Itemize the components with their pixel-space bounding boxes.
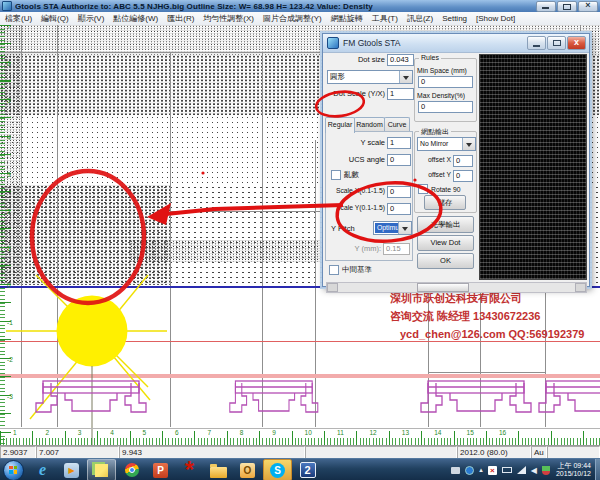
ucs-angle-label: UCS angle <box>323 155 385 164</box>
safety-tray-icon[interactable] <box>542 466 550 475</box>
dropdown-arrow-icon[interactable] <box>399 71 412 83</box>
h-ruler-label: 14 <box>434 429 441 436</box>
tab-curve[interactable]: Curve <box>384 117 410 132</box>
optical-output-button[interactable]: 光學輸出 <box>417 216 474 233</box>
tab-regular[interactable]: Regular <box>325 117 355 133</box>
center-reference-checkbox[interactable]: 中間基準 <box>329 265 372 275</box>
menu-item-6[interactable]: 均勻性調整(X) <box>203 13 254 24</box>
scroll-left-icon[interactable] <box>327 283 338 292</box>
dialog-scrollbar[interactable] <box>326 282 587 293</box>
taskbar-explorer-folder[interactable] <box>205 460 232 480</box>
v-ruler-label: -3 <box>7 393 13 400</box>
random-checkbox[interactable]: 亂數 <box>331 170 359 180</box>
max-density-field[interactable]: 0 <box>418 101 473 113</box>
restore-button[interactable] <box>557 1 577 12</box>
menu-item-1[interactable]: 檔案(U) <box>5 13 32 24</box>
taskbar-media-player[interactable]: ▶ <box>58 460 85 480</box>
start-button[interactable] <box>3 460 24 480</box>
v-ruler-label: 5 <box>7 97 11 104</box>
rotate-90-checkbox[interactable]: Rotate 90 <box>418 184 460 194</box>
checkbox-icon[interactable] <box>331 170 341 180</box>
y-pitch-dropdown[interactable]: Optimum <box>373 221 412 235</box>
tab-random[interactable]: Random <box>354 117 385 132</box>
construction-line <box>0 52 322 53</box>
menu-item-8[interactable]: 網點旋轉 <box>331 13 363 24</box>
menu-item-9[interactable]: 工具(T) <box>372 13 398 24</box>
watermark-contact: 咨询交流 陈经理 13430672236 <box>390 311 595 322</box>
ucs-angle-field[interactable]: 0 <box>387 154 411 166</box>
dialog-titlebar[interactable]: FM Gtools STA <box>323 34 589 53</box>
chrome-icon <box>125 463 139 477</box>
app-2-icon: 2 <box>300 462 316 478</box>
volume-tray-icon[interactable]: ◀ <box>531 466 537 475</box>
min-space-field[interactable]: 0 <box>418 76 473 88</box>
fm-dialog[interactable]: FM Gtools STA Dot size 0.043 圓形 Dot Scal… <box>322 33 590 287</box>
dot-size-field[interactable]: 0.043 <box>387 54 414 66</box>
taskbar-clock[interactable]: 上午 09:44 2015/10/12 <box>556 462 595 478</box>
show-hidden-tray-icon[interactable]: ▴ <box>479 466 483 474</box>
scale-x-field[interactable]: 0 <box>387 186 411 198</box>
alert-tray-icon[interactable]: × <box>488 466 497 475</box>
minimize-button[interactable] <box>536 1 556 12</box>
view-dot-button[interactable]: View Dot <box>417 235 474 251</box>
taskbar-outlook[interactable]: O <box>234 460 261 480</box>
red-reference-line <box>0 341 600 342</box>
taskbar-sticky-notes[interactable] <box>87 459 116 480</box>
shape-value: 圓形 <box>330 72 345 81</box>
menu-item-11[interactable]: Setting <box>442 14 467 23</box>
checkbox-icon[interactable] <box>418 184 428 194</box>
dialog-maximize-button[interactable] <box>547 36 566 50</box>
dialog-minimize-button[interactable] <box>527 36 546 50</box>
checkbox-icon[interactable] <box>329 265 339 275</box>
dropdown-arrow-icon[interactable] <box>462 138 475 150</box>
window-titlebar[interactable]: Gtools STA Authorize to: ABC 5.5 NJHG.bi… <box>0 0 600 12</box>
dialog-close-button[interactable] <box>567 36 586 50</box>
system-tray: ▴×◀ <box>451 466 556 475</box>
horizontal-ruler-labels: 12345678910111213141516 <box>0 429 600 439</box>
scale-y-label: Scale Y(0.1-1.5) <box>323 204 385 211</box>
scale-y-field[interactable]: 0 <box>387 203 411 215</box>
close-button[interactable] <box>578 1 598 12</box>
menu-item-3[interactable]: 顯示(V) <box>78 13 105 24</box>
connector-outline <box>539 381 600 412</box>
keyboard-tray-icon[interactable] <box>451 467 460 474</box>
save-button[interactable]: 儲存 <box>424 195 466 210</box>
info-tray-icon[interactable] <box>465 466 474 475</box>
ok-button[interactable]: OK <box>417 253 474 269</box>
battery-tray-icon[interactable] <box>502 467 512 473</box>
show-desktop-button[interactable] <box>595 459 600 480</box>
dot-scale-field[interactable]: 1 <box>387 88 414 100</box>
h-ruler-label: 3 <box>78 429 82 436</box>
taskbar-internet-explorer[interactable]: e <box>29 460 56 480</box>
taskbar-chrome[interactable] <box>118 460 145 480</box>
menu-item-4[interactable]: 點位編修(W) <box>113 13 158 24</box>
construction-line <box>170 52 171 427</box>
dropdown-arrow-icon[interactable] <box>398 222 411 234</box>
offset-y-label: offset Y <box>417 171 451 178</box>
taskbar-red-tool[interactable]: * <box>176 460 203 480</box>
taskbar-powerpoint[interactable]: P <box>147 460 174 480</box>
menu-item-2[interactable]: 編輯(Q) <box>41 13 69 24</box>
mirror-dropdown[interactable]: No Mirror <box>417 137 476 151</box>
v-ruler-label: 3 <box>7 171 11 178</box>
scrollbar-thumb[interactable] <box>417 283 469 292</box>
menu-item-7[interactable]: 圖片合成調整(Y) <box>263 13 322 24</box>
y-scale-field[interactable]: 1 <box>387 137 411 149</box>
rules-group-title: Rules <box>419 54 441 61</box>
h-ruler-label: 1 <box>13 429 17 436</box>
menu-item-10[interactable]: 訊息(Z) <box>407 13 433 24</box>
dialog-title: FM Gtools STA <box>343 38 400 48</box>
menu-item-5[interactable]: 匯出(R) <box>167 13 194 24</box>
menu-item-12[interactable]: [Show Dot] <box>476 14 515 23</box>
offset-y-field[interactable]: 0 <box>453 170 473 182</box>
offset-x-label: offset X <box>417 156 451 163</box>
y-pitch-label: Y Pitch <box>331 224 371 233</box>
taskbar-app-2[interactable]: 2 <box>294 460 321 480</box>
shape-dropdown[interactable]: 圓形 <box>327 70 413 84</box>
offset-x-field[interactable]: 0 <box>453 155 473 167</box>
h-ruler-label: 13 <box>402 429 409 436</box>
network-tray-icon[interactable] <box>517 466 526 474</box>
scroll-right-icon[interactable] <box>575 283 586 292</box>
v-ruler-label: 7 <box>7 25 11 30</box>
taskbar-skype[interactable]: S <box>263 459 292 480</box>
